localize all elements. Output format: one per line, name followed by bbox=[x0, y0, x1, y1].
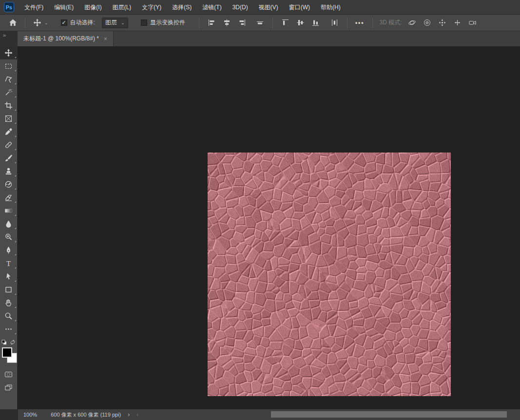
pen-tool[interactable] bbox=[0, 244, 18, 257]
menu-item[interactable]: 编辑(E) bbox=[49, 4, 79, 11]
divider bbox=[199, 18, 199, 28]
color-swatches bbox=[0, 347, 18, 365]
dodge-tool[interactable] bbox=[0, 230, 18, 244]
document-tab[interactable]: 未标题-1 @ 100%(RGB/8#) * × bbox=[18, 31, 114, 46]
move-tool-icon bbox=[4, 49, 13, 57]
magnifier-icon bbox=[4, 312, 13, 320]
align-middle-icon bbox=[296, 19, 305, 27]
rectangle-tool[interactable] bbox=[0, 283, 18, 296]
3d-pan-icon[interactable] bbox=[438, 19, 446, 27]
eraser-icon bbox=[4, 193, 13, 202]
photoshop-window: Ps 文件(F)编辑(E)图像(I)图层(L)文字(Y)选择(S)滤镜(T)3D… bbox=[0, 0, 520, 420]
align-top-icon bbox=[281, 19, 289, 27]
distribute-horizontal-button[interactable] bbox=[327, 19, 342, 27]
frame-tool[interactable] bbox=[0, 112, 18, 125]
auto-select-label: 自动选择: bbox=[70, 19, 95, 27]
3d-roll-icon[interactable] bbox=[423, 19, 431, 27]
eraser-tool[interactable] bbox=[0, 191, 18, 204]
show-transform-label: 显示变换控件 bbox=[150, 19, 185, 27]
marquee-tool[interactable] bbox=[0, 59, 18, 73]
status-chevron-right-icon[interactable]: › bbox=[128, 411, 130, 418]
ellipsis-icon bbox=[4, 325, 13, 333]
menu-item[interactable]: 文字(Y) bbox=[136, 4, 167, 11]
auto-select-checkbox[interactable]: ✓ 自动选择: bbox=[58, 17, 98, 29]
blur-tool[interactable] bbox=[0, 217, 18, 230]
close-tab-icon[interactable]: × bbox=[104, 36, 107, 42]
clone-stamp-tool[interactable] bbox=[0, 165, 18, 178]
menu-items: 文件(F)编辑(E)图像(I)图层(L)文字(Y)选择(S)滤镜(T)3D(D)… bbox=[19, 0, 346, 15]
quick-mask-icon bbox=[4, 370, 13, 379]
edit-toolbar[interactable] bbox=[0, 323, 18, 336]
crop-tool[interactable] bbox=[0, 99, 18, 112]
align-vertical-center-icon bbox=[256, 19, 264, 27]
3d-slide-icon[interactable] bbox=[453, 19, 462, 27]
home-button[interactable] bbox=[6, 17, 20, 29]
menu-item[interactable]: 文件(F) bbox=[19, 4, 49, 11]
healing-brush-tool[interactable] bbox=[0, 138, 18, 152]
collapse-panels-chevron[interactable]: » bbox=[0, 31, 18, 46]
menu-item[interactable]: 3D(D) bbox=[227, 4, 253, 11]
dropdown-value: 图层 bbox=[105, 19, 117, 27]
more-options-button[interactable]: ••• bbox=[352, 17, 367, 29]
document-tab-title: 未标题-1 @ 100%(RGB/8#) * bbox=[23, 35, 99, 43]
menu-item[interactable]: 图层(L) bbox=[107, 4, 137, 11]
divider bbox=[25, 18, 25, 28]
frame-icon bbox=[4, 115, 13, 123]
magic-wand-tool[interactable] bbox=[0, 86, 18, 99]
default-colors-icon[interactable] bbox=[1, 340, 7, 345]
align-bottom-icon bbox=[311, 19, 320, 27]
zoom-tool[interactable] bbox=[0, 309, 18, 323]
color-mini-controls bbox=[0, 338, 18, 346]
quick-mask-button[interactable] bbox=[0, 368, 18, 381]
foreground-color-swatch[interactable] bbox=[2, 347, 12, 358]
align-middle-button[interactable] bbox=[293, 19, 308, 27]
divider bbox=[347, 18, 347, 28]
menu-item[interactable]: 帮助(H) bbox=[315, 4, 346, 11]
menu-item[interactable]: 选择(S) bbox=[167, 4, 197, 11]
menu-item[interactable]: 滤镜(T) bbox=[197, 4, 227, 11]
status-chevron-left-icon[interactable]: ‹ bbox=[136, 411, 138, 418]
current-tool-button[interactable]: ⌄ bbox=[30, 17, 51, 29]
auto-select-target-dropdown[interactable]: 图层 ⌄ bbox=[102, 18, 128, 28]
3d-camera-icon[interactable] bbox=[468, 19, 477, 27]
swap-colors-icon[interactable] bbox=[10, 340, 16, 345]
eyedropper-icon bbox=[4, 128, 13, 136]
menu-item[interactable]: 图像(I) bbox=[79, 4, 107, 11]
align-left-button[interactable] bbox=[204, 19, 219, 27]
align-vertical-center-button[interactable] bbox=[252, 19, 268, 27]
move-tool[interactable] bbox=[0, 46, 18, 59]
divider bbox=[372, 18, 373, 28]
3d-orbit-icon[interactable] bbox=[408, 19, 416, 27]
3d-mode-label: 3D 模式: bbox=[380, 19, 402, 27]
align-bottom-button[interactable] bbox=[308, 19, 323, 27]
screen-mode-button[interactable] bbox=[0, 381, 18, 394]
chevron-down-icon: ⌄ bbox=[44, 20, 48, 25]
divider bbox=[272, 18, 273, 28]
path-select-tool[interactable] bbox=[0, 270, 18, 283]
hand-tool[interactable] bbox=[0, 296, 18, 309]
align-horizontal-center-button[interactable] bbox=[219, 19, 234, 27]
gradient-tool[interactable] bbox=[0, 204, 18, 217]
align-horizontal-center-icon bbox=[223, 19, 231, 27]
menu-item[interactable]: 视图(V) bbox=[253, 4, 284, 11]
document-canvas[interactable] bbox=[208, 153, 451, 396]
brush-tool[interactable] bbox=[0, 152, 18, 165]
history-brush-tool[interactable] bbox=[0, 178, 18, 191]
stamp-icon bbox=[4, 167, 13, 175]
lasso-tool[interactable] bbox=[0, 73, 18, 86]
eyedropper-tool[interactable] bbox=[0, 125, 18, 138]
align-left-icon bbox=[208, 19, 216, 27]
magic-wand-icon bbox=[4, 88, 13, 96]
screen-mode-icon bbox=[4, 383, 13, 392]
align-right-icon bbox=[238, 19, 246, 27]
align-right-button[interactable] bbox=[234, 19, 250, 27]
tool-options-bar: ⌄ ✓ 自动选择: 图层 ⌄ 显示变换控件 bbox=[0, 15, 520, 31]
menu-item[interactable]: 窗口(W) bbox=[284, 4, 315, 11]
status-bar: 100% 600 像素 x 600 像素 (119 ppi) › ‹ bbox=[0, 409, 520, 420]
align-top-button[interactable] bbox=[278, 19, 293, 27]
show-transform-checkbox[interactable]: 显示变换控件 bbox=[138, 17, 188, 29]
zoom-level-field[interactable]: 100% bbox=[23, 412, 37, 418]
main-area bbox=[0, 46, 520, 409]
horizontal-scrollbar-thumb[interactable] bbox=[271, 411, 507, 418]
type-tool[interactable] bbox=[0, 257, 18, 270]
